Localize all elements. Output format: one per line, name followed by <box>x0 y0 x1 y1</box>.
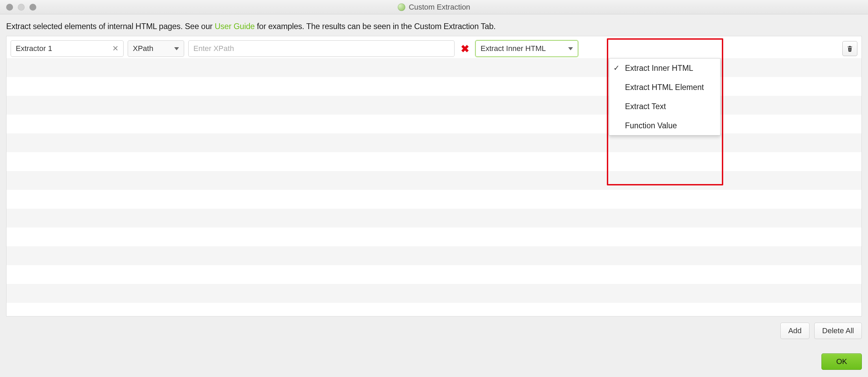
dropdown-item-label: Extract HTML Element <box>625 83 704 92</box>
invalid-xpath-icon: ✖ <box>459 43 471 55</box>
dropdown-item-extract-html-element[interactable]: Extract HTML Element <box>609 78 720 97</box>
delete-all-button[interactable]: Delete All <box>814 323 862 339</box>
user-guide-link[interactable]: User Guide <box>215 22 255 31</box>
window-controls <box>6 4 36 11</box>
ok-row: OK <box>0 342 868 370</box>
window-title: Custom Extraction <box>409 3 470 12</box>
chevron-down-icon <box>174 47 179 50</box>
trash-icon <box>846 45 853 52</box>
extractor-name-value: Extractor 1 <box>16 44 52 53</box>
extract-mode-dropdown: ✓ Extract Inner HTML Extract HTML Elemen… <box>609 58 720 135</box>
dropdown-item-label: Extract Text <box>625 102 666 111</box>
extractor-name-input[interactable]: Extractor 1 ✕ <box>11 40 124 57</box>
zoom-window-dot[interactable] <box>29 4 36 11</box>
delete-row-button[interactable] <box>842 41 857 56</box>
extract-mode-value: Extract Inner HTML <box>481 44 546 53</box>
dropdown-item-extract-inner-html[interactable]: ✓ Extract Inner HTML <box>609 58 720 78</box>
method-select[interactable]: XPath <box>128 40 184 57</box>
chevron-down-icon <box>568 47 573 50</box>
minimize-window-dot[interactable] <box>18 4 25 11</box>
extractor-row: Extractor 1 ✕ XPath ✖ Extract Inner HTML <box>11 40 857 57</box>
intro-text: Extract selected elements of internal HT… <box>0 14 868 36</box>
method-value: XPath <box>133 44 153 53</box>
dropdown-item-label: Extract Inner HTML <box>625 64 693 73</box>
intro-suffix: for examples. The results can be seen in… <box>257 22 496 31</box>
ok-button[interactable]: OK <box>821 353 862 370</box>
app-icon <box>398 3 405 11</box>
clear-name-icon[interactable]: ✕ <box>112 44 118 53</box>
striped-background <box>7 36 861 316</box>
extract-mode-select[interactable]: Extract Inner HTML <box>475 40 578 57</box>
add-button[interactable]: Add <box>780 323 809 339</box>
xpath-input[interactable] <box>188 40 455 57</box>
extractor-list: Extractor 1 ✕ XPath ✖ Extract Inner HTML <box>6 36 862 316</box>
dropdown-item-function-value[interactable]: Function Value <box>609 116 720 135</box>
close-window-dot[interactable] <box>6 4 13 11</box>
dropdown-item-extract-text[interactable]: Extract Text <box>609 97 720 116</box>
check-icon: ✓ <box>613 64 620 73</box>
custom-extraction-window: Custom Extraction Extract selected eleme… <box>0 0 868 377</box>
titlebar: Custom Extraction <box>0 0 868 14</box>
dropdown-item-label: Function Value <box>625 121 677 130</box>
intro-prefix: Extract selected elements of internal HT… <box>6 22 215 31</box>
footer-actions: Add Delete All <box>0 316 868 342</box>
